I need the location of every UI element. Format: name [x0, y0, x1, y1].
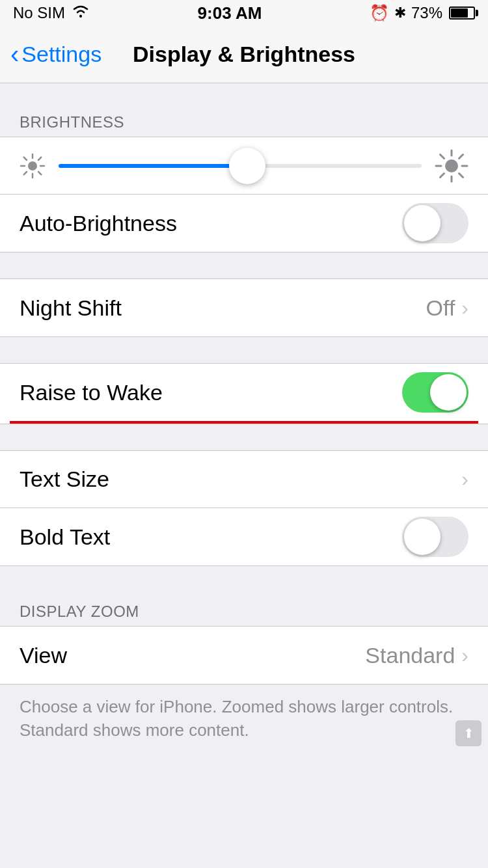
view-value: Standard ›: [365, 643, 468, 668]
bold-text-toggle[interactable]: [402, 517, 468, 557]
text-card: Text Size › Bold Text: [0, 450, 488, 566]
svg-point-10: [445, 159, 458, 172]
night-shift-row[interactable]: Night Shift Off ›: [0, 279, 488, 336]
auto-brightness-row: Auto-Brightness: [0, 195, 488, 252]
night-shift-chevron-icon: ›: [461, 296, 468, 320]
night-shift-card: Night Shift Off ›: [0, 278, 488, 337]
wifi-icon: [72, 4, 90, 22]
brightness-card: Auto-Brightness: [0, 137, 488, 252]
svg-line-8: [38, 157, 41, 159]
auto-brightness-toggle[interactable]: [402, 203, 468, 243]
text-size-row[interactable]: Text Size ›: [0, 451, 488, 508]
brightness-high-icon: [435, 149, 468, 183]
view-label: View: [20, 643, 67, 668]
slider-thumb[interactable]: [229, 148, 265, 184]
brightness-low-icon: [20, 153, 46, 179]
status-right: ⏰ ✱ 73%: [370, 4, 475, 22]
battery-percent: 73%: [411, 4, 442, 22]
back-label: Settings: [21, 42, 102, 67]
status-bar: No SIM 9:03 AM ⏰ ✱ 73%: [0, 0, 488, 26]
spacer-top: [0, 83, 488, 103]
bold-text-label: Bold Text: [20, 524, 110, 550]
scroll-indicator-icon: ⬆: [455, 720, 481, 746]
display-zoom-card: View Standard ›: [0, 626, 488, 685]
auto-brightness-label: Auto-Brightness: [20, 211, 177, 236]
display-zoom-description: Choose a view for iPhone. Zoomed shows l…: [0, 685, 488, 753]
svg-line-16: [459, 173, 463, 177]
raise-to-wake-label: Raise to Wake: [20, 380, 163, 405]
battery-icon: [449, 7, 475, 20]
svg-line-18: [441, 173, 444, 177]
spacer-4: [0, 566, 488, 592]
raise-to-wake-toggle-thumb: [430, 374, 467, 411]
raise-to-wake-card: Raise to Wake: [0, 363, 488, 424]
display-zoom-section-header: DISPLAY ZOOM: [0, 592, 488, 626]
status-left: No SIM: [13, 4, 90, 22]
page-title: Display & Brightness: [133, 42, 355, 67]
status-time: 9:03 AM: [198, 3, 262, 23]
spacer-2: [0, 337, 488, 363]
svg-point-0: [79, 15, 82, 18]
svg-line-7: [38, 172, 41, 174]
raise-to-wake-toggle[interactable]: [402, 372, 468, 413]
text-size-value: ›: [461, 467, 468, 491]
alarm-icon: ⏰: [370, 4, 389, 22]
brightness-section-header: BRIGHTNESS: [0, 103, 488, 137]
view-chevron-icon: ›: [461, 644, 468, 668]
back-chevron-icon: ‹: [10, 40, 19, 69]
red-line-divider: [10, 421, 478, 424]
slider-track: [59, 164, 422, 168]
bluetooth-icon: ✱: [394, 5, 406, 21]
carrier-label: No SIM: [13, 4, 65, 22]
brightness-slider[interactable]: [59, 164, 422, 168]
night-shift-status: Off: [426, 295, 455, 321]
raise-to-wake-row: Raise to Wake: [0, 364, 488, 421]
view-status: Standard: [365, 643, 455, 668]
text-size-label: Text Size: [20, 467, 109, 492]
svg-line-9: [24, 172, 27, 174]
view-row[interactable]: View Standard ›: [0, 627, 488, 684]
night-shift-label: Night Shift: [20, 295, 122, 321]
svg-line-17: [459, 154, 463, 158]
back-button[interactable]: ‹ Settings: [10, 40, 102, 69]
text-size-chevron-icon: ›: [461, 467, 468, 491]
svg-point-1: [28, 161, 37, 170]
auto-brightness-toggle-thumb: [404, 205, 441, 241]
slider-fill: [59, 164, 247, 168]
spacer-1: [0, 252, 488, 278]
svg-line-15: [441, 154, 444, 158]
svg-line-6: [24, 157, 27, 159]
brightness-slider-row: [0, 137, 488, 195]
nav-bar: ‹ Settings Display & Brightness: [0, 26, 488, 83]
spacer-3: [0, 424, 488, 450]
bold-text-row: Bold Text: [0, 508, 488, 565]
night-shift-value: Off ›: [426, 295, 468, 321]
bold-text-toggle-thumb: [404, 519, 441, 555]
